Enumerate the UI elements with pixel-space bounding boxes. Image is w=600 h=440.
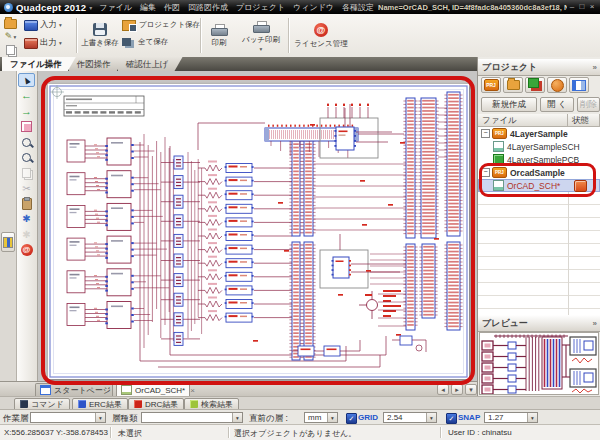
layer-type-select[interactable]: ▾ [141,412,243,423]
project-panel-title: プロジェクト [482,61,537,74]
duplicate-button[interactable] [2,43,19,56]
license-label: ライセンス管理 [294,39,347,49]
unit-select[interactable]: mm▾ [304,412,338,423]
cut-button[interactable]: ✂ [18,181,35,195]
schematic-page[interactable] [48,84,469,379]
open-folder-button[interactable] [503,77,523,93]
overwrite-save-button[interactable]: 上書き保存 [80,16,120,55]
tab-verify-finish[interactable]: 確認仕上げ [118,57,183,71]
clipboard-icon [22,198,32,210]
column-file[interactable]: ファイル [478,114,568,127]
grid-label: GRID [358,413,378,422]
column-status[interactable]: 状態 [568,114,600,127]
toolbar-separator [200,18,201,53]
menu-file[interactable]: ファイル [95,2,136,13]
caret-icon[interactable]: ▾ [95,413,105,422]
status-divider [110,427,111,438]
menu-project[interactable]: プロジェクト [232,2,289,13]
project-save-button[interactable]: プロジェクト保存 [122,18,200,32]
tab-scroll-right-button[interactable]: ▸ [451,384,463,395]
caret-icon: ▾ [13,35,16,39]
delete-button[interactable]: 削除 [577,97,600,112]
tab-draw-operations[interactable]: 作図操作 [69,57,125,71]
component-library-button[interactable] [547,77,567,93]
panels-icon [572,80,586,91]
batch-print-label: バッチ印刷 [242,35,280,45]
save-all-button[interactable]: 全て保存 [122,35,168,49]
window-layout-button[interactable] [569,77,589,93]
edit-tool-button[interactable]: ✎▾ [2,30,19,43]
snap-checkbox[interactable]: ✓ [446,413,457,424]
new-create-button[interactable]: 新規作成 [481,97,537,112]
tree-row-orcadsample[interactable]: − PRJ OrcadSample [478,166,600,179]
menu-settings[interactable]: 各種設定 [338,2,378,13]
output-label: 出力 [40,37,57,49]
tab-scroll-left-button[interactable]: ◂ [437,384,449,395]
start-page-icon [40,385,51,395]
caret-icon[interactable]: ▾ [527,413,537,422]
collapse-icon[interactable]: − [481,129,490,138]
new-project-button[interactable]: PRJ [481,77,501,93]
tree-label: 4LayerSample [510,129,568,139]
open-button[interactable]: 開 く [540,97,574,112]
input-button[interactable]: 入力▾ [24,17,62,33]
paste-button[interactable] [18,197,35,211]
grid-size-select[interactable]: 2.54▾ [383,412,437,423]
select-cursor-button[interactable]: ▲ [18,73,35,87]
grid-checkbox[interactable]: ✓ [346,413,357,424]
close-button[interactable]: × [587,1,597,13]
batch-print-button[interactable]: バッチ印刷▾ [238,16,284,55]
app-menu-caret-icon[interactable]: ▾ [89,4,92,11]
file-list-header: ファイル 状態 [478,114,600,127]
fit-view-button[interactable] [18,119,35,133]
new-file-button[interactable] [2,17,19,30]
panel-toggle-button[interactable] [1,232,15,252]
work-layer-select[interactable]: ▾ [30,412,106,423]
settings-button[interactable]: ✱ [18,212,35,226]
scissors-icon: ✂ [22,183,30,194]
status-divider [440,427,441,438]
settings-disabled-button[interactable]: ✱ [18,228,35,242]
collapse-icon[interactable]: − [481,168,490,177]
schematic-canvas[interactable] [38,71,477,381]
tree-label: OrcadSample [510,168,565,178]
main-area: ▲ ← → ✂ ✱ ✱ @ [0,71,477,381]
tab-start-page[interactable]: スタートページ × [35,383,113,396]
project-save-label: プロジェクト保存 [139,20,200,30]
tab-orcad-sch[interactable]: OrCAD_SCH* × [116,383,190,396]
window-title: Name=OrCAD_SCH, ID=4f8fadc8a405360dc8a3e… [378,3,567,12]
close-tab-icon[interactable]: × [190,386,195,395]
caret-icon[interactable]: ▾ [327,413,337,422]
modified-status-icon[interactable] [574,180,587,192]
preview-panel-body[interactable] [479,332,599,395]
zoom-out-button[interactable] [18,150,35,164]
tree-row-orcad-sch[interactable]: OrCAD_SCH* [478,179,600,192]
caret-icon[interactable]: ▾ [232,413,242,422]
menu-edit[interactable]: 編集 [136,2,160,13]
license-manage-button[interactable]: @ライセンス管理 [292,16,350,55]
tree-row-4layersample[interactable]: − PRJ 4LayerSample [478,127,600,140]
forward-button[interactable]: → [18,104,35,118]
maximize-button[interactable]: □ [577,1,587,13]
tab-list-button[interactable]: ▾ [465,384,477,395]
tab-file-operations[interactable]: ファイル操作 [2,57,76,71]
print-button[interactable]: 印刷 [204,16,234,55]
project-icon-toolbar: PRJ [478,76,600,95]
minimize-button[interactable]: – [567,1,577,13]
copy-button[interactable] [18,166,35,180]
menu-window[interactable]: ウィンドウ [289,2,338,13]
collapse-chevrons-icon[interactable]: » [593,319,596,328]
zoom-in-button[interactable] [18,135,35,149]
snap-size-select[interactable]: 1.27▾ [484,412,538,423]
help-button[interactable]: @ [18,243,35,257]
menu-schematic-create[interactable]: 回路図作成 [184,2,232,13]
pcb-layers-button[interactable] [525,77,545,93]
output-button[interactable]: 出力▾ [24,35,62,51]
tree-row-4layersamplesch[interactable]: 4LayerSampleSCH [478,140,600,153]
caret-icon[interactable]: ▾ [426,413,436,422]
back-button[interactable]: ← [18,88,35,102]
collapse-chevrons-icon[interactable]: » [593,63,596,72]
search-label: 検索結果 [201,399,233,410]
tree-row-4layersamplepcb[interactable]: 4LayerSamplePCB [478,153,600,166]
menu-draw[interactable]: 作図 [160,2,184,13]
